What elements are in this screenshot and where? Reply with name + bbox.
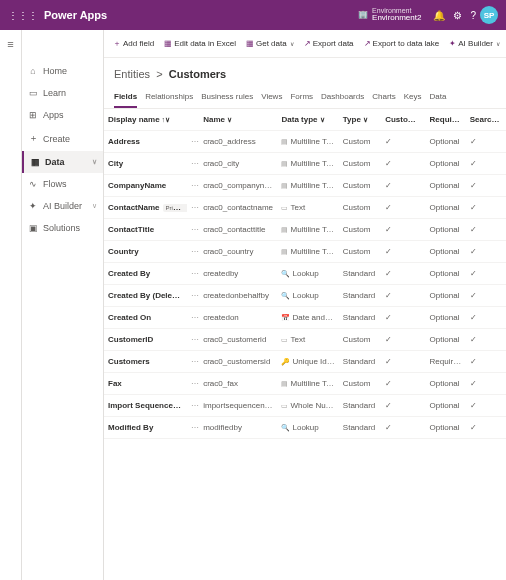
environment-icon: 🏢: [358, 11, 368, 20]
cell-searchable: ✓: [466, 417, 506, 439]
sidebar-item-home[interactable]: ⌂Home: [22, 60, 103, 82]
breadcrumb-root[interactable]: Entities: [114, 68, 150, 80]
cell-name: crac0_companyname: [199, 175, 277, 197]
row-more-icon[interactable]: ⋯: [187, 175, 200, 197]
datatype-icon: 🔑: [281, 358, 290, 365]
table-row[interactable]: CustomerID⋯crac0_customerid▭TextCustom✓O…: [104, 329, 506, 351]
cmd-icon: ↗: [364, 39, 371, 48]
tab-relationships[interactable]: Relationships: [145, 88, 193, 108]
tab-charts[interactable]: Charts: [372, 88, 396, 108]
help-icon[interactable]: ?: [470, 10, 476, 21]
cell-display-name: Customers: [104, 351, 187, 373]
cmd-ai-builder[interactable]: ✦AI Builder∨: [446, 37, 503, 50]
table-row[interactable]: Customers⋯crac0_customersid🔑Unique Ident…: [104, 351, 506, 373]
datatype-icon: ▭: [281, 336, 288, 343]
cell-display-name: Modified By: [104, 417, 187, 439]
row-more-icon[interactable]: ⋯: [187, 395, 200, 417]
col-type[interactable]: Type∨: [339, 109, 381, 131]
row-more-icon[interactable]: ⋯: [187, 285, 200, 307]
datatype-icon: ▭: [281, 402, 288, 409]
col-datatype[interactable]: Data type∨: [277, 109, 338, 131]
cell-searchable: ✓: [466, 329, 506, 351]
row-more-icon[interactable]: ⋯: [187, 241, 200, 263]
cell-customizable: ✓: [381, 329, 425, 351]
cmd-get-data[interactable]: ▦Get data∨: [243, 37, 297, 50]
tab-data[interactable]: Data: [430, 88, 447, 108]
table-row[interactable]: Country⋯crac0_country▤Multiline TextCust…: [104, 241, 506, 263]
cmd-export-data[interactable]: ↗Export data: [301, 37, 357, 50]
col-required[interactable]: Required∨: [426, 109, 466, 131]
environment-picker[interactable]: 🏢 Environment Environment2: [358, 7, 421, 23]
nav-icon: ∿: [28, 179, 38, 189]
cmd-export-to-data-lake[interactable]: ↗Export to data lake: [361, 37, 443, 50]
waffle-icon[interactable]: ⋮⋮⋮: [8, 10, 38, 21]
cmd-add-field[interactable]: ＋Add field: [110, 36, 157, 51]
cell-display-name: Fax: [104, 373, 187, 395]
row-more-icon[interactable]: ⋯: [187, 329, 200, 351]
col-customizable[interactable]: Customizable∨: [381, 109, 425, 131]
sidebar-item-flows[interactable]: ∿Flows: [22, 173, 103, 195]
cell-display-name: Address: [104, 131, 187, 153]
table-row[interactable]: ContactTitle⋯crac0_contacttitle▤Multilin…: [104, 219, 506, 241]
cell-required: Optional: [426, 153, 466, 175]
nav-icon: ✦: [28, 201, 38, 211]
cell-customizable: ✓: [381, 307, 425, 329]
row-more-icon[interactable]: ⋯: [187, 373, 200, 395]
col-name[interactable]: Name∨: [199, 109, 277, 131]
table-row[interactable]: Address⋯crac0_address▤Multiline TextCust…: [104, 131, 506, 153]
table-row[interactable]: Modified By⋯modifiedby🔍LookupStandard✓Op…: [104, 417, 506, 439]
table-row[interactable]: Created By⋯createdby🔍LookupStandard✓Opti…: [104, 263, 506, 285]
cell-datatype: 🔍Lookup: [277, 285, 338, 307]
cell-display-name: Created By: [104, 263, 187, 285]
row-more-icon[interactable]: ⋯: [187, 307, 200, 329]
table-row[interactable]: Import Sequence Number⋯importsequencenum…: [104, 395, 506, 417]
sidebar-item-solutions[interactable]: ▣Solutions: [22, 217, 103, 239]
cell-display-name: CustomerID: [104, 329, 187, 351]
tab-business-rules[interactable]: Business rules: [201, 88, 253, 108]
tab-keys[interactable]: Keys: [404, 88, 422, 108]
nav-label: Home: [43, 66, 67, 76]
row-more-icon[interactable]: ⋯: [187, 219, 200, 241]
avatar[interactable]: SP: [480, 6, 498, 24]
cell-required: Optional: [426, 131, 466, 153]
tab-dashboards[interactable]: Dashboards: [321, 88, 364, 108]
cell-required: Optional: [426, 263, 466, 285]
table-row[interactable]: ContactNamePrimary Field⋯crac0_contactna…: [104, 197, 506, 219]
table-row[interactable]: Created By (Delegate)⋯createdonbehalfby🔍…: [104, 285, 506, 307]
breadcrumb: Entities > Customers: [104, 58, 506, 84]
tab-forms[interactable]: Forms: [290, 88, 313, 108]
table-row[interactable]: Created On⋯createdon📅Date and TimeStanda…: [104, 307, 506, 329]
tab-views[interactable]: Views: [261, 88, 282, 108]
col-searchable[interactable]: Searchable∨: [466, 109, 506, 131]
sidebar-item-create[interactable]: ＋Create: [22, 126, 103, 151]
nav-label: AI Builder: [43, 201, 82, 211]
table-row[interactable]: CompanyName⋯crac0_companyname▤Multiline …: [104, 175, 506, 197]
hamburger-icon[interactable]: ≡: [0, 38, 21, 50]
cell-customizable: ✓: [381, 241, 425, 263]
sidebar-item-data[interactable]: ▦Data∨: [22, 151, 103, 173]
tab-fields[interactable]: Fields: [114, 88, 137, 108]
cell-display-name: City: [104, 153, 187, 175]
row-more-icon[interactable]: ⋯: [187, 263, 200, 285]
row-more-icon[interactable]: ⋯: [187, 153, 200, 175]
sidebar-item-apps[interactable]: ⊞Apps: [22, 104, 103, 126]
col-display-name[interactable]: Display name↑∨: [104, 109, 187, 131]
notifications-icon[interactable]: 🔔: [433, 10, 445, 21]
row-more-icon[interactable]: ⋯: [187, 417, 200, 439]
sidebar-item-learn[interactable]: ▭Learn: [22, 82, 103, 104]
row-more-icon[interactable]: ⋯: [187, 197, 200, 219]
sidebar-item-ai-builder[interactable]: ✦AI Builder∨: [22, 195, 103, 217]
row-more-icon[interactable]: ⋯: [187, 131, 200, 153]
table-row[interactable]: Fax⋯crac0_fax▤Multiline TextCustom✓Optio…: [104, 373, 506, 395]
cmd-edit-data-in-excel[interactable]: ▦Edit data in Excel: [161, 37, 239, 50]
cmd-label: Get data: [256, 39, 287, 48]
row-more-icon[interactable]: ⋯: [187, 351, 200, 373]
cell-required: Required: [426, 351, 466, 373]
cell-display-name: CompanyName: [104, 175, 187, 197]
command-bar: ＋Add field▦Edit data in Excel▦Get data∨↗…: [104, 30, 506, 58]
cell-customizable: ✓: [381, 175, 425, 197]
cell-type: Custom: [339, 373, 381, 395]
settings-icon[interactable]: ⚙: [453, 10, 462, 21]
cell-type: Standard: [339, 263, 381, 285]
table-row[interactable]: City⋯crac0_city▤Multiline TextCustom✓Opt…: [104, 153, 506, 175]
